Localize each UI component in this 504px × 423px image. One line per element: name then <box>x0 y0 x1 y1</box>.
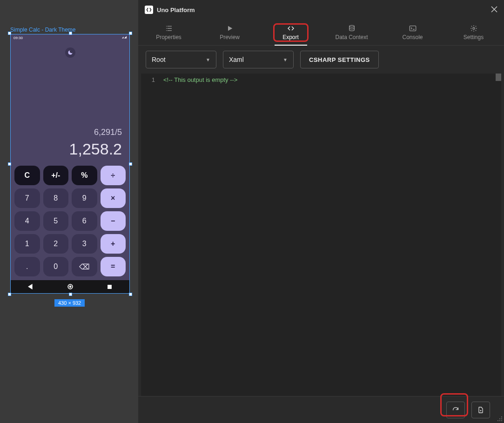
code-content: <!-- This output is empty --> <box>160 74 237 396</box>
panel-footer <box>138 396 504 423</box>
calculator-app: 09:30 6,291/5 1,258.2 C+/-%÷789×456−123+… <box>11 34 129 293</box>
svg-rect-5 <box>108 285 112 289</box>
svg-marker-6 <box>228 26 232 31</box>
calc-key-6[interactable]: 6 <box>72 211 97 231</box>
svg-point-7 <box>349 25 354 27</box>
tab-label: Properties <box>156 34 181 40</box>
calc-result: 1,258.2 <box>69 140 122 158</box>
calc-key-9[interactable]: 9 <box>72 188 97 208</box>
calc-key-7[interactable]: 7 <box>14 188 40 208</box>
tab-settings[interactable]: Settings <box>443 20 504 45</box>
svg-marker-1 <box>124 36 127 39</box>
calc-key-×[interactable]: × <box>101 188 126 208</box>
panel-title: Uno Platform <box>157 7 195 13</box>
calc-key-5[interactable]: 5 <box>43 211 69 231</box>
calc-key-+[interactable]: + <box>101 234 126 254</box>
svg-point-9 <box>473 27 475 29</box>
chevron-down-icon: ▼ <box>283 57 288 62</box>
calc-key-3[interactable]: 3 <box>72 234 97 254</box>
calculator-display: 6,291/5 1,258.2 <box>11 60 129 163</box>
refresh-button[interactable] <box>446 402 465 418</box>
tab-datacontext[interactable]: Data Context <box>321 20 382 45</box>
statusbar-time: 09:30 <box>13 36 23 40</box>
calc-key-0[interactable]: 0 <box>43 257 69 276</box>
button-label: CSHARP SETTINGS <box>309 56 370 63</box>
calc-key-.[interactable]: . <box>14 257 40 276</box>
tab-label: Data Context <box>335 34 368 40</box>
tab-label: Console <box>402 34 423 40</box>
language-dropdown[interactable]: Xaml ▼ <box>223 51 294 68</box>
calc-key-+/-[interactable]: +/- <box>43 166 69 185</box>
calculator-keypad: C+/-%÷789×456−123+.0⌫= <box>11 163 129 280</box>
frame-name-label[interactable]: Simple Calc - Dark Theme <box>10 27 75 33</box>
calc-key-÷[interactable]: ÷ <box>101 166 126 185</box>
calc-expression: 6,291/5 <box>94 128 122 137</box>
calc-key-⌫[interactable]: ⌫ <box>72 257 97 276</box>
tab-preview[interactable]: Preview <box>199 20 260 45</box>
code-line: <!-- This output is empty --> <box>163 76 237 83</box>
line-number: 1 <box>141 76 155 83</box>
tab-label: Preview <box>220 34 240 40</box>
scrollbar-thumb[interactable] <box>496 74 501 81</box>
android-navbar <box>11 280 129 293</box>
nav-back-icon[interactable] <box>28 284 34 289</box>
tab-label: Settings <box>464 34 484 40</box>
code-editor[interactable]: 1 <!-- This output is empty --> <box>141 74 501 396</box>
chevron-down-icon: ▼ <box>206 57 210 62</box>
close-button[interactable] <box>491 5 497 15</box>
tab-export[interactable]: Export <box>260 20 321 45</box>
statusbar-icons <box>122 35 127 40</box>
root-scope-dropdown[interactable]: Root ▼ <box>146 51 216 68</box>
theme-toggle-button[interactable] <box>65 47 75 58</box>
tab-properties[interactable]: Properties <box>138 20 199 45</box>
calc-key-−[interactable]: − <box>101 211 126 231</box>
line-gutter: 1 <box>141 74 160 396</box>
tab-console[interactable]: Console <box>382 20 443 45</box>
uno-logo-icon <box>145 6 153 14</box>
inspector-panel: Uno Platform Properties Preview Export D… <box>138 0 504 423</box>
calc-key-=[interactable]: = <box>101 257 126 276</box>
tab-bar: Properties Preview Export Data Context C… <box>138 20 504 46</box>
copy-file-button[interactable] <box>471 402 490 418</box>
dropdown-value: Root <box>152 56 166 63</box>
calc-key-8[interactable]: 8 <box>43 188 69 208</box>
svg-rect-8 <box>410 26 416 31</box>
device-frame[interactable]: 09:30 6,291/5 1,258.2 C+/-%÷789×456−123+… <box>10 34 130 294</box>
status-bar: 09:30 <box>11 34 129 41</box>
svg-marker-0 <box>122 37 124 39</box>
theme-toggle-row <box>11 41 129 60</box>
frame-size-badge: 430 × 932 <box>54 299 85 307</box>
svg-marker-2 <box>28 284 33 289</box>
csharp-settings-button[interactable]: CSHARP SETTINGS <box>300 51 379 68</box>
calc-key-2[interactable]: 2 <box>43 234 69 254</box>
tab-label: Export <box>282 34 299 40</box>
calc-key-1[interactable]: 1 <box>14 234 40 254</box>
calc-key-%[interactable]: % <box>72 166 97 185</box>
dropdown-value: Xaml <box>229 56 244 63</box>
nav-home-icon[interactable] <box>67 284 73 289</box>
calc-key-C[interactable]: C <box>14 166 40 185</box>
nav-recent-icon[interactable] <box>107 284 112 289</box>
svg-point-4 <box>69 286 72 288</box>
design-canvas[interactable]: Simple Calc - Dark Theme 09:30 6,291/5 1… <box>0 0 138 423</box>
calc-key-4[interactable]: 4 <box>14 211 40 231</box>
resize-grip[interactable] <box>496 415 502 421</box>
panel-header: Uno Platform <box>138 0 504 20</box>
export-toolbar: Root ▼ Xaml ▼ CSHARP SETTINGS <box>138 46 504 74</box>
